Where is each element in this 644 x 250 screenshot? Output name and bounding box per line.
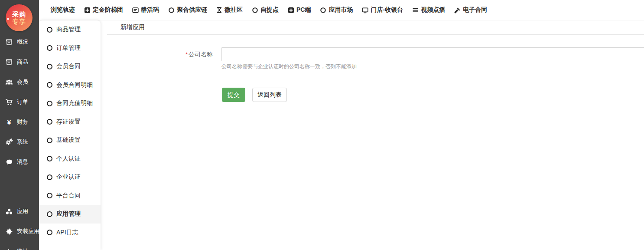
company-name-input[interactable] xyxy=(221,47,644,61)
goods-box-icon xyxy=(5,58,13,66)
circle-bullet-icon xyxy=(47,211,52,217)
apps-icon xyxy=(5,207,13,215)
primary-menu: 概况 商品 会员 订单 ¥ 财务 系统 消息 应用 xyxy=(0,32,39,250)
submenu-item-label: 应用管理 xyxy=(56,210,81,218)
nav-item[interactable]: 门店-收银台 xyxy=(362,6,403,14)
nav-item[interactable]: 定金阶梯团 xyxy=(84,6,123,14)
yen-icon: ¥ xyxy=(5,118,13,126)
brand-logo[interactable]: 采购 专享 xyxy=(6,4,33,31)
nav-item[interactable]: 微社区 xyxy=(216,6,243,14)
brand-line1: 采购 xyxy=(12,10,26,18)
submenu-item[interactable]: 商品管理 xyxy=(39,20,101,39)
nav-item[interactable]: 电子合同 xyxy=(454,6,487,14)
sidebar-item-label: 统计 xyxy=(17,247,28,250)
required-asterisk: * xyxy=(185,51,188,58)
plus-square-icon xyxy=(84,7,91,13)
brand-line2: 专享 xyxy=(12,18,26,25)
circle-bullet-icon xyxy=(47,174,52,180)
nav-item-label: 自提点 xyxy=(260,6,279,14)
sidebar-item[interactable]: 订单 xyxy=(0,92,39,112)
sidebar-item[interactable]: 应用 xyxy=(0,201,39,221)
circle-bullet-icon xyxy=(47,138,52,143)
sidebar-item-label: 财务 xyxy=(17,118,28,126)
nav-item[interactable]: 应用市场 xyxy=(320,6,353,14)
sidebar-item[interactable]: ¥ 财务 xyxy=(0,112,39,132)
circle-bullet-icon xyxy=(47,27,52,33)
submit-button[interactable]: 提交 xyxy=(222,88,245,102)
submenu-item-label: 会员合同明细 xyxy=(56,81,93,89)
nav-item-label: 应用市场 xyxy=(329,6,353,14)
overview-box-icon xyxy=(5,38,13,46)
nav-item-label: 电子合同 xyxy=(463,6,487,14)
circle-icon xyxy=(252,7,258,13)
sidebar-item[interactable]: 概况 xyxy=(0,32,39,52)
circle-bullet-icon xyxy=(47,193,52,198)
circle-icon xyxy=(168,7,175,13)
sidebar-item[interactable]: 会员 xyxy=(0,72,39,92)
sidebar-item-label: 系统 xyxy=(17,138,28,146)
submenu-item[interactable]: 企业认证 xyxy=(39,168,101,187)
sidebar-item-label: 订单 xyxy=(17,98,28,106)
submenu-item-label: 合同充值明细 xyxy=(56,99,93,107)
submenu-item[interactable]: 会员合同 xyxy=(39,57,101,76)
submenu-item-label: 基础设置 xyxy=(56,136,81,144)
circle-bullet-icon xyxy=(47,156,52,161)
nav-item[interactable]: 自提点 xyxy=(252,6,279,14)
submenu-item-label: 存证设置 xyxy=(56,118,81,126)
nav-item[interactable]: 聚合供应链 xyxy=(168,6,207,14)
submenu-item-label: 个人认证 xyxy=(56,155,81,163)
back-to-list-button[interactable]: 返回列表 xyxy=(252,88,287,102)
page-title: 新增应用 xyxy=(107,23,145,31)
submenu-item-label: 企业认证 xyxy=(56,173,81,181)
puzzle-icon xyxy=(5,227,13,235)
submenu-item-label: 订单管理 xyxy=(56,44,81,52)
submenu-item-label: API日志 xyxy=(56,229,78,237)
submenu-item[interactable]: 基础设置 xyxy=(39,131,101,150)
sidebar-item-label: 消息 xyxy=(17,158,28,166)
sidebar-item-label: 应用 xyxy=(17,207,28,215)
company-name-label: *公司名称 xyxy=(107,47,213,61)
sidebar-item[interactable]: 安装应用 xyxy=(0,221,39,241)
submenu-item-label: 会员合同 xyxy=(56,62,81,70)
submenu-item[interactable]: 合同充值明细 xyxy=(39,94,101,113)
sidebar-item[interactable]: 系统 xyxy=(0,132,39,152)
gavel-icon xyxy=(454,7,461,13)
circle-icon xyxy=(320,7,326,13)
company-name-row: *公司名称 xyxy=(107,47,644,61)
submenu-item[interactable]: 应用管理 xyxy=(39,205,101,224)
menu-lines-icon xyxy=(412,7,419,13)
cart-icon xyxy=(5,98,13,106)
gears-icon xyxy=(5,138,13,146)
nav-item[interactable]: PC端 xyxy=(288,6,311,14)
submenu-item[interactable]: 个人认证 xyxy=(39,150,101,168)
stats-icon xyxy=(5,247,13,250)
circle-bullet-icon xyxy=(47,119,52,125)
sidebar-item[interactable]: 消息 xyxy=(0,152,39,172)
submenu-item[interactable]: 会员合同明细 xyxy=(39,76,101,95)
nav-item-label: 门店-收银台 xyxy=(371,6,403,14)
sidebar-item-label: 安装应用 xyxy=(17,227,39,235)
circle-bullet-icon xyxy=(47,230,52,235)
nav-item-label: 聚合供应链 xyxy=(177,6,207,14)
hourglass-icon xyxy=(216,7,222,13)
nav-item[interactable]: 视频点播 xyxy=(412,6,445,14)
submenu-item[interactable]: 订单管理 xyxy=(39,39,101,58)
sidebar-item[interactable]: 商品 xyxy=(0,52,39,72)
form-actions: 提交 返回列表 xyxy=(222,88,644,102)
submenu-item-label: 平台合同 xyxy=(56,192,81,200)
plus-square-icon xyxy=(288,7,294,13)
company-name-helper-text: 公司名称需要与企业认证时的公司名称一致，否则不能添加 xyxy=(221,63,644,70)
nav-item-label: 视频点播 xyxy=(421,6,445,14)
content-header: 新增应用 xyxy=(107,20,644,35)
primary-sidebar: 采购 专享 概况 商品 会员 订单 ¥ 财务 系统 xyxy=(0,0,39,250)
message-icon xyxy=(5,158,13,166)
nav-item[interactable]: 浏览轨迹 xyxy=(51,6,75,14)
nav-item[interactable]: 群活码 xyxy=(132,6,159,14)
circle-bullet-icon xyxy=(47,45,52,51)
sidebar-item[interactable]: 统计 xyxy=(0,241,39,250)
submenu-item[interactable]: API日志 xyxy=(39,224,101,242)
circle-bullet-icon xyxy=(47,64,52,69)
secondary-sidebar: 商品管理 订单管理 会员合同 会员合同明细 合同充值明细 存证设置 基础设置 个… xyxy=(39,20,101,250)
submenu-item[interactable]: 平台合同 xyxy=(39,187,101,205)
submenu-item[interactable]: 存证设置 xyxy=(39,113,101,132)
